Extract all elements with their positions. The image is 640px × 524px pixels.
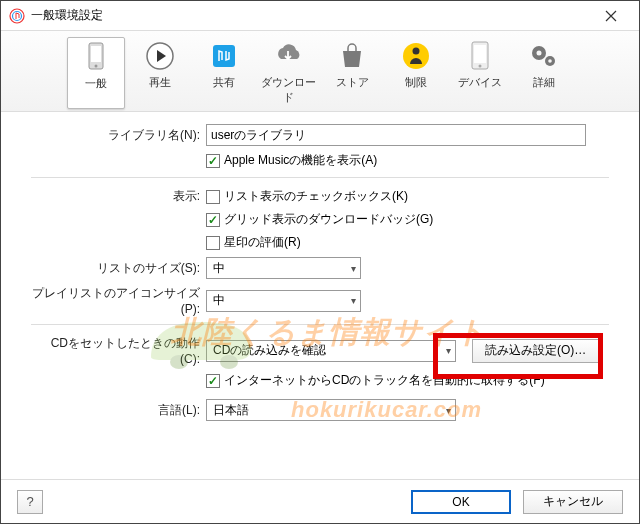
chevron-down-icon: ▾	[446, 345, 451, 356]
list-size-select[interactable]: 中 ▾	[206, 257, 361, 279]
svg-point-11	[479, 65, 482, 68]
cd-action-select[interactable]: CDの読み込みを確認 ▾	[206, 340, 456, 362]
language-label: 言語(L):	[31, 402, 206, 419]
svg-point-4	[95, 65, 98, 68]
restrictions-icon	[387, 39, 445, 73]
apple-music-checkbox[interactable]	[206, 154, 220, 168]
chevron-down-icon: ▾	[351, 295, 356, 306]
bag-icon	[323, 39, 381, 73]
tab-downloads[interactable]: ダウンロード	[259, 37, 317, 109]
library-name-label: ライブラリ名(N):	[31, 127, 206, 144]
grid-badge-label: グリッド表示のダウンロードバッジ(G)	[224, 211, 433, 228]
apple-music-label: Apple Musicの機能を表示(A)	[224, 152, 377, 169]
library-name-input[interactable]	[206, 124, 586, 146]
language-select[interactable]: 日本語 ▾	[206, 399, 456, 421]
cancel-button[interactable]: キャンセル	[523, 490, 623, 514]
svg-point-8	[413, 48, 420, 55]
tab-general[interactable]: 一般	[67, 37, 125, 109]
app-icon	[9, 8, 25, 24]
list-checkbox-checkbox[interactable]	[206, 190, 220, 204]
star-rating-label: 星印の評価(R)	[224, 234, 301, 251]
separator	[31, 324, 609, 325]
close-button[interactable]	[591, 2, 631, 30]
tab-restrictions[interactable]: 制限	[387, 37, 445, 109]
cd-internet-label: インターネットからCDのトラック名を自動的に取得する(F)	[224, 372, 545, 389]
svg-point-15	[548, 59, 552, 63]
gears-icon	[515, 39, 573, 73]
playlist-icon-size-select[interactable]: 中 ▾	[206, 290, 361, 312]
ok-button[interactable]: OK	[411, 490, 511, 514]
window-title: 一般環境設定	[31, 7, 591, 24]
titlebar: 一般環境設定	[1, 1, 639, 31]
star-rating-checkbox[interactable]	[206, 236, 220, 250]
cd-internet-checkbox[interactable]	[206, 374, 220, 388]
svg-rect-3	[91, 46, 101, 62]
tab-sharing[interactable]: 共有	[195, 37, 253, 109]
cd-action-label: CDをセットしたときの動作(C):	[31, 335, 206, 366]
import-settings-button[interactable]: 読み込み設定(O)…	[472, 339, 599, 363]
chevron-down-icon: ▾	[351, 263, 356, 274]
chevron-down-icon: ▾	[446, 405, 451, 416]
list-size-label: リストのサイズ(S):	[31, 260, 206, 277]
playlist-icon-size-label: プレイリストのアイコンサイズ(P):	[31, 285, 206, 316]
separator	[31, 177, 609, 178]
cloud-download-icon	[259, 39, 317, 73]
device-icon	[451, 39, 509, 73]
tab-devices[interactable]: デバイス	[451, 37, 509, 109]
footer: ? OK キャンセル	[1, 479, 639, 523]
sharing-icon	[195, 39, 253, 73]
tab-advanced[interactable]: 詳細	[515, 37, 573, 109]
display-section-label: 表示:	[31, 188, 206, 205]
svg-rect-6	[213, 45, 235, 67]
phone-icon	[68, 40, 124, 74]
content-area: 北陸くるま情報サイト hokurikucar.com ライブラリ名(N): Ap…	[1, 112, 639, 437]
grid-badge-checkbox[interactable]	[206, 213, 220, 227]
tab-store[interactable]: ストア	[323, 37, 381, 109]
svg-point-13	[537, 51, 542, 56]
tab-playback[interactable]: 再生	[131, 37, 189, 109]
help-button[interactable]: ?	[17, 490, 43, 514]
list-checkbox-label: リスト表示のチェックボックス(K)	[224, 188, 408, 205]
svg-rect-10	[474, 45, 486, 63]
tab-toolbar: 一般 再生 共有 ダウンロード ストア 制限 デバイス 詳細	[1, 31, 639, 112]
svg-point-7	[403, 43, 429, 69]
play-icon	[131, 39, 189, 73]
